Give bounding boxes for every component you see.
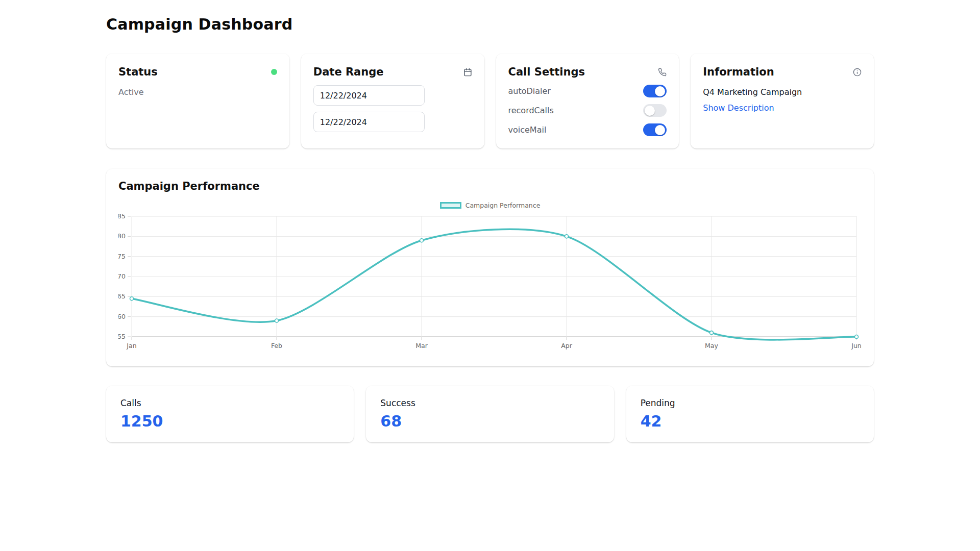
legend-swatch <box>440 202 461 209</box>
success-label: Success <box>380 398 599 408</box>
svg-text:Apr: Apr <box>561 342 572 349</box>
svg-text:80: 80 <box>118 232 126 240</box>
svg-text:75: 75 <box>118 253 126 260</box>
chart-area: 55606570758085JanFebMarAprMayJun <box>118 212 862 355</box>
success-value: 68 <box>380 412 599 430</box>
autodialer-label: autoDialer <box>508 86 551 96</box>
status-indicator-icon <box>271 69 277 75</box>
dashboard-page: Campaign Dashboard Status Active Date Ra… <box>0 0 980 442</box>
legend-label: Campaign Performance <box>465 202 541 209</box>
settings-cards-row: Status Active Date Range <box>106 54 874 148</box>
show-description-link[interactable]: Show Description <box>703 103 774 113</box>
calendar-icon <box>463 68 472 77</box>
stats-row: Calls 1250 Success 68 Pending 42 <box>106 386 874 442</box>
svg-text:65: 65 <box>118 292 126 300</box>
chart-card-title: Campaign Performance <box>118 180 862 192</box>
start-date-input[interactable] <box>313 85 425 106</box>
stat-card-success: Success 68 <box>366 386 614 442</box>
call-settings-card-header: Call Settings <box>508 66 667 78</box>
toggle-row-autodialer: autoDialer <box>508 85 667 97</box>
svg-text:70: 70 <box>118 272 126 280</box>
campaign-performance-card: Campaign Performance Campaign Performanc… <box>106 169 874 366</box>
svg-text:60: 60 <box>118 313 126 320</box>
recordcalls-toggle[interactable] <box>643 104 667 117</box>
campaign-name: Q4 Marketing Campaign <box>703 87 862 97</box>
chart-legend: Campaign Performance <box>118 202 862 209</box>
svg-text:May: May <box>705 342 718 349</box>
voicemail-label: voiceMail <box>508 125 547 135</box>
status-value: Active <box>118 87 277 97</box>
toggle-row-voicemail: voiceMail <box>508 123 667 136</box>
status-card-header: Status <box>118 66 277 78</box>
calls-value: 1250 <box>120 412 339 430</box>
page-title: Campaign Dashboard <box>106 15 874 33</box>
recordcalls-label: recordCalls <box>508 106 554 115</box>
call-settings-card: Call Settings autoDialer recordCalls <box>496 54 679 148</box>
calls-label: Calls <box>120 398 339 408</box>
svg-text:Mar: Mar <box>415 342 428 349</box>
svg-text:Feb: Feb <box>271 342 282 349</box>
status-card: Status Active <box>106 54 289 148</box>
svg-text:85: 85 <box>118 212 126 220</box>
date-range-card-header: Date Range <box>313 66 472 78</box>
call-settings-card-title: Call Settings <box>508 66 585 78</box>
toggle-knob <box>655 125 665 135</box>
information-card: Information Q4 Marketing Campaign Show D… <box>691 54 874 148</box>
performance-chart: 55606570758085JanFebMarAprMayJun <box>118 212 862 355</box>
stat-card-calls: Calls 1250 <box>106 386 354 442</box>
end-date-input[interactable] <box>313 112 425 132</box>
info-icon <box>853 68 862 77</box>
toggle-knob <box>655 86 665 96</box>
toggle-row-recordcalls: recordCalls <box>508 104 667 117</box>
svg-text:55: 55 <box>118 333 126 340</box>
autodialer-toggle[interactable] <box>643 85 667 97</box>
status-card-title: Status <box>118 66 158 78</box>
voicemail-toggle[interactable] <box>643 123 667 136</box>
svg-text:Jan: Jan <box>126 342 136 349</box>
date-range-card: Date Range <box>301 54 484 148</box>
pending-label: Pending <box>641 398 860 408</box>
stat-card-pending: Pending 42 <box>626 386 874 442</box>
information-card-header: Information <box>703 66 862 78</box>
information-card-title: Information <box>703 66 774 78</box>
toggle-knob <box>645 106 655 116</box>
phone-icon <box>658 68 667 77</box>
date-range-card-title: Date Range <box>313 66 384 78</box>
pending-value: 42 <box>641 412 860 430</box>
svg-text:Jun: Jun <box>851 342 862 349</box>
